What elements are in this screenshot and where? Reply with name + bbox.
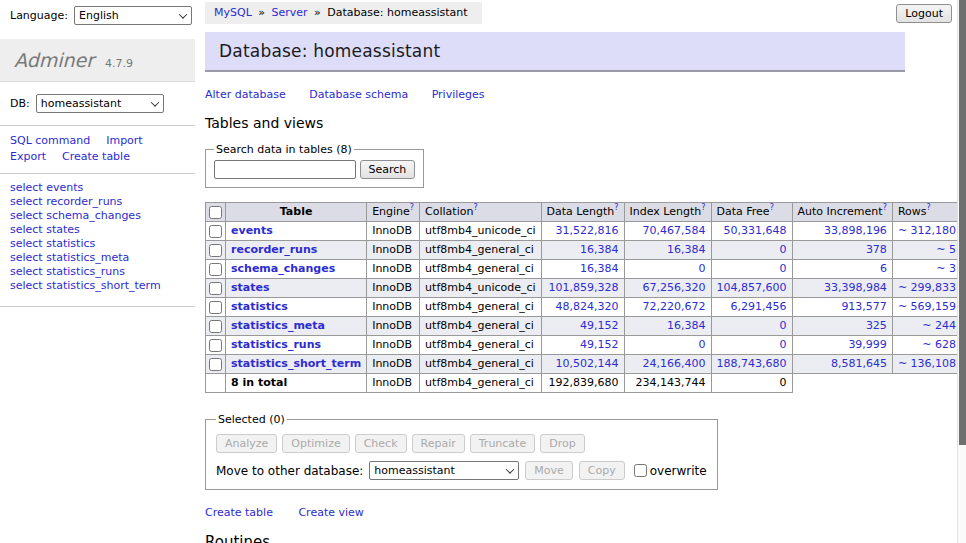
data-free-cell: 0	[711, 317, 792, 336]
sidebar-link-export[interactable]: Export	[10, 150, 46, 163]
auto-increment-cell: 325	[792, 317, 892, 336]
table-link-events[interactable]: events	[231, 224, 273, 237]
move-database-select-value: homeassistant	[374, 464, 455, 477]
index-length-cell: 0	[624, 260, 711, 279]
selected-fieldset: Selected (0) Analyze Optimize Check Repa…	[205, 413, 718, 490]
search-input[interactable]	[214, 160, 356, 179]
app-title: Adminer 4.7.9	[0, 39, 195, 82]
rows-count-cell: ~ 569,159	[892, 298, 961, 317]
engine-cell: InnoDB	[367, 355, 420, 374]
optimize-button[interactable]: Optimize	[282, 434, 349, 453]
move-button[interactable]: Move	[525, 461, 573, 480]
table-link-statistics-meta[interactable]: statistics_meta	[231, 319, 325, 332]
help-icon[interactable]: ?	[473, 203, 477, 212]
row-checkbox[interactable]	[209, 263, 222, 276]
copy-button[interactable]: Copy	[579, 461, 625, 480]
search-fieldset: Search data in tables (8) Search	[205, 143, 424, 188]
privileges-link[interactable]: Privileges	[432, 88, 485, 101]
help-icon[interactable]: ?	[701, 203, 705, 212]
logout-button[interactable]: Logout	[896, 4, 952, 23]
sidebar-item-select-recorder-runs[interactable]: select recorder_runs	[10, 196, 185, 209]
row-checkbox[interactable]	[209, 339, 222, 352]
repair-button[interactable]: Repair	[412, 434, 465, 453]
overwrite-option: overwrite	[631, 463, 707, 478]
collation-cell: utf8mb4_general_ci	[420, 336, 541, 355]
row-checkbox[interactable]	[209, 301, 222, 314]
row-checkbox[interactable]	[209, 244, 222, 257]
collation-cell: utf8mb4_general_ci	[420, 355, 541, 374]
sidebar-item-select-events[interactable]: select events	[10, 182, 185, 195]
col-header-engine: Engine?	[367, 203, 420, 222]
total-label: 8 in total	[226, 374, 367, 393]
help-icon[interactable]: ?	[883, 203, 887, 212]
engine-cell: InnoDB	[367, 279, 420, 298]
help-icon[interactable]: ?	[926, 203, 930, 212]
vertical-scrollbar[interactable]	[957, 0, 966, 543]
sidebar-item-select-states[interactable]: select states	[10, 224, 185, 237]
selected-actions: Analyze Optimize Check Repair Truncate D…	[216, 434, 707, 453]
sidebar-item-select-statistics[interactable]: select statistics	[10, 238, 185, 251]
move-database-select[interactable]: homeassistant	[369, 461, 519, 480]
alter-database-link[interactable]: Alter database	[205, 88, 286, 101]
table-link-recorder-runs[interactable]: recorder_runs	[231, 243, 317, 256]
table-link-statistics-runs[interactable]: statistics_runs	[231, 338, 321, 351]
data-length-cell: 31,522,816	[541, 222, 624, 241]
data-length-cell: 16,384	[541, 241, 624, 260]
select-all-checkbox[interactable]	[209, 206, 222, 219]
collation-cell: utf8mb4_unicode_ci	[420, 279, 541, 298]
index-length-cell: 70,467,584	[624, 222, 711, 241]
db-select[interactable]: homeassistant	[36, 94, 164, 113]
table-link-states[interactable]: states	[231, 281, 270, 294]
table-link-schema-changes[interactable]: schema_changes	[231, 262, 335, 275]
sidebar-link-create-table[interactable]: Create table	[62, 150, 130, 163]
sidebar-item-select-statistics-runs[interactable]: select statistics_runs	[10, 266, 185, 279]
search-legend: Search data in tables (8)	[214, 143, 354, 156]
table-row: schema_changes InnoDB utf8mb4_general_ci…	[206, 260, 966, 279]
analyze-button[interactable]: Analyze	[216, 434, 277, 453]
breadcrumb-server-link[interactable]: Server	[272, 6, 308, 19]
help-icon[interactable]: ?	[770, 203, 774, 212]
create-view-link[interactable]: Create view	[298, 506, 363, 519]
col-header-collation: Collation?	[420, 203, 541, 222]
sidebar-item-select-schema-changes[interactable]: select schema_changes	[10, 210, 185, 223]
rows-count-cell: ~ 628	[892, 336, 961, 355]
table-header-row: Table Engine? Collation? Data Length? In…	[206, 203, 966, 222]
rows-count-cell: ~ 312,180	[892, 222, 961, 241]
engine-cell: InnoDB	[367, 260, 420, 279]
row-checkbox[interactable]	[209, 320, 222, 333]
scrollbar-thumb[interactable]	[959, 0, 966, 445]
help-icon[interactable]: ?	[614, 203, 618, 212]
rows-count-cell: ~ 3	[892, 260, 961, 279]
rows-count-cell: ~ 136,108	[892, 355, 961, 374]
sidebar-link-import[interactable]: Import	[106, 134, 143, 147]
sidebar-item-select-statistics-short-term[interactable]: select statistics_short_term	[10, 280, 185, 293]
content: MySQL » Server » Database: homeassistant…	[205, 0, 905, 543]
table-row: states InnoDB utf8mb4_unicode_ci 101,859…	[206, 279, 966, 298]
overwrite-checkbox[interactable]	[634, 464, 647, 477]
sidebar-link-sql-command[interactable]: SQL command	[10, 134, 90, 147]
engine-cell: InnoDB	[367, 317, 420, 336]
table-link-statistics[interactable]: statistics	[231, 300, 288, 313]
move-row: Move to other database: homeassistant Mo…	[216, 461, 707, 480]
create-table-link[interactable]: Create table	[205, 506, 273, 519]
database-schema-link[interactable]: Database schema	[309, 88, 408, 101]
table-row: statistics_short_term InnoDB utf8mb4_gen…	[206, 355, 966, 374]
row-checkbox[interactable]	[209, 282, 222, 295]
sidebar-item-select-statistics-meta[interactable]: select statistics_meta	[10, 252, 185, 265]
data-free-cell: 6,291,456	[711, 298, 792, 317]
db-selector-row: DB: homeassistant	[0, 82, 195, 125]
language-select[interactable]: English	[74, 6, 192, 25]
col-header-index-length: Index Length?	[624, 203, 711, 222]
collation-cell: utf8mb4_general_ci	[420, 317, 541, 336]
row-checkbox[interactable]	[209, 358, 222, 371]
check-button[interactable]: Check	[355, 434, 407, 453]
row-checkbox[interactable]	[209, 225, 222, 238]
help-icon[interactable]: ?	[410, 203, 414, 212]
drop-button[interactable]: Drop	[540, 434, 584, 453]
search-button[interactable]: Search	[360, 160, 416, 179]
truncate-button[interactable]: Truncate	[470, 434, 535, 453]
breadcrumb-mysql-link[interactable]: MySQL	[214, 6, 252, 19]
total-engine: InnoDB	[367, 374, 420, 393]
engine-cell: InnoDB	[367, 241, 420, 260]
table-link-statistics-short-term[interactable]: statistics_short_term	[231, 357, 361, 370]
